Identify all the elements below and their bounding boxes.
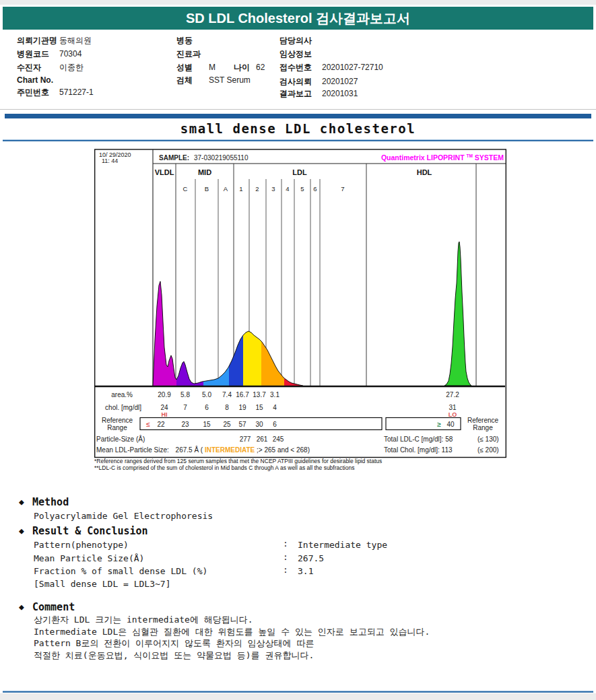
area-value: 5.0 [202, 391, 211, 398]
title-underline [3, 140, 593, 141]
comment-line: 상기환자 LDL 크기는 intermediate에 해당됩니다. [34, 614, 572, 626]
subband-label: 5 [300, 185, 304, 193]
section-title: small dense LDL cholesterol [0, 121, 596, 136]
patient-value: M [209, 61, 216, 73]
patient-value: 동해의원 [59, 34, 92, 46]
particle-values: 277 261 245 [240, 435, 284, 443]
result-row-value: 267.5 [298, 553, 324, 563]
ref-value: 22 [157, 421, 165, 428]
patient-label: 병동 [176, 34, 193, 46]
chol-value: 31 [449, 404, 457, 411]
chart-footnotes: *Reference ranges derived from 125 serum… [94, 458, 525, 471]
report-title-bar: SD LDL Cholesterol 검사결과보고서 [3, 7, 593, 30]
report-page: SD LDL Cholesterol 검사결과보고서 의뢰기관명 동해의원 병원… [0, 0, 596, 700]
mean-value: 267.5 Å ( [176, 446, 203, 454]
patient-label: 검체 [176, 74, 193, 86]
chol-value: 8 [225, 404, 229, 411]
bottom-line [3, 691, 593, 693]
brand-part1: Quantimetrix LIPOPRINT [381, 153, 465, 162]
area-value: 13.7 [253, 391, 266, 398]
blue-separator-bar [5, 114, 591, 118]
le-symbol: ≤ [146, 421, 150, 428]
subband-label: C [183, 185, 188, 193]
mean-flag: INTERMEDIATE [205, 446, 255, 454]
patient-label: 주민번호 [17, 86, 49, 98]
area-value: 7.4 [222, 391, 232, 398]
diamond-bullet-icon: ◆ [19, 497, 24, 507]
subband-label: 3 [271, 185, 275, 193]
result-note: [Small dense LDL = LDL3~7] [34, 579, 171, 589]
subband-label: 7 [341, 185, 344, 193]
patient-label: 수진자 [17, 61, 41, 73]
lipoprint-chart: 10/ 29/2020 11: 44 SAMPLE: 37-0302190551… [94, 149, 507, 458]
group-header-hdl: HDL [417, 168, 432, 176]
chol-row-label: chol. [mg/dl] [105, 404, 141, 411]
particle-value: 245 [273, 435, 284, 443]
result-row-label: Fraction % of small dense LDL (%) [34, 566, 207, 576]
group-header-mid: MID [198, 168, 211, 176]
comment-line: 적절한 치료(운동요법, 식이요법 또는 약물요법 등)를 권유합니다. [34, 650, 572, 662]
particle-value: 261 [257, 435, 268, 443]
particle-size-label: Particle-Size (Å) [96, 435, 145, 443]
ref-value: 57 [238, 421, 246, 428]
result-row-value: 3.1 [298, 566, 313, 576]
result-row-label: Mean Particle Size(Å) [34, 553, 144, 563]
patient-value: 62 [256, 61, 265, 73]
chol-value: 4 [273, 404, 277, 411]
bottom-strip [0, 693, 596, 700]
patient-value: 20201027-72710 [322, 61, 383, 73]
ref-range-label-left: Reference [102, 417, 133, 424]
patient-value: 70304 [59, 48, 81, 60]
ldl1-band [243, 331, 261, 386]
scan-time: 11: 44 [102, 158, 118, 164]
patient-label: 의뢰기관명 [17, 34, 57, 46]
subband-label: A [224, 185, 228, 193]
chol-value: 7 [183, 404, 187, 411]
group-header-vldl: VLDL [155, 168, 174, 176]
comment-body: 상기환자 LDL 크기는 intermediate에 해당됩니다. Interm… [34, 614, 572, 661]
ref-value: 30 [255, 421, 263, 428]
total-chol: Total Chol. [mg/dl]: 113 [384, 446, 453, 454]
lo-flag: LO [449, 411, 457, 418]
diamond-bullet-icon: ◆ [19, 602, 24, 612]
ge-symbol: ≥ [437, 421, 441, 428]
result-row-value: Intermediate type [298, 540, 387, 550]
particle-value: 277 [240, 435, 251, 443]
group-header-ldl: LDL [292, 168, 307, 176]
patient-label: 진료과 [176, 48, 201, 60]
diamond-bullet-icon: ◆ [19, 526, 24, 536]
sample-label: SAMPLE: [159, 154, 189, 162]
patient-label: 접수번호 [279, 61, 312, 73]
patient-label: 검사의뢰 [279, 75, 312, 88]
top-strip [0, 0, 596, 5]
total-ldl-c: Total LDL-C [mg/dl]: 58 [384, 435, 453, 443]
result-row-label: Pattern(phenotype) [34, 540, 129, 550]
result-row-colon: : [283, 552, 288, 562]
comment-heading: Comment [32, 601, 75, 613]
result-row-colon: : [283, 538, 288, 549]
brand-part2: SYSTEM [475, 153, 504, 162]
chol-value: 15 [255, 404, 263, 411]
patient-label: Chart No. [17, 74, 53, 86]
ref-value: 6 [273, 421, 277, 428]
result-row-colon: : [283, 565, 288, 575]
patient-value: 이종한 [59, 61, 84, 73]
patient-value: SST Serum [209, 74, 251, 86]
patient-label: 담당의사 [279, 34, 312, 46]
patient-value: 20201031 [322, 88, 358, 100]
area-row-label: area.% [111, 391, 133, 398]
ref-range-label-left2: Range [107, 424, 127, 431]
ref-value: 15 [203, 421, 211, 428]
ref-value: 40 [446, 421, 455, 428]
method-heading: Method [32, 496, 69, 508]
ref-value: 25 [223, 421, 231, 428]
sample-number: 37-030219055110 [194, 154, 249, 162]
total-ldl-c-ref: (≤ 130) [477, 435, 499, 443]
chol-value: 24 [160, 404, 168, 411]
area-value: 20.9 [158, 391, 171, 398]
subband-label: B [205, 185, 209, 193]
chol-value: 6 [205, 404, 209, 411]
comment-line: Pattern B로의 전환이 이루어지지 않도록 환자의 임상상태에 따른 [34, 637, 572, 650]
chol-value: 19 [238, 404, 246, 411]
ref-range-label-right2: Range [473, 424, 493, 431]
